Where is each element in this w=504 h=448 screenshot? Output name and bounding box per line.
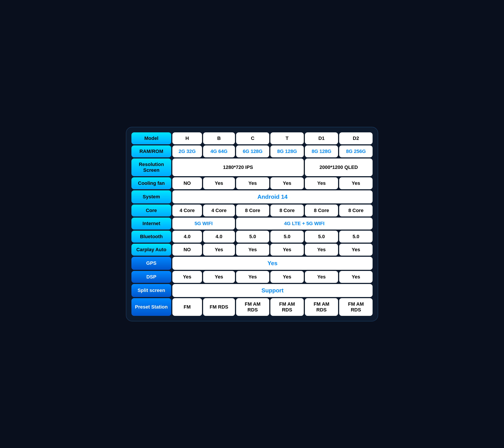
data-cell: Yes: [203, 271, 235, 283]
data-cell: FM RDS: [203, 298, 235, 316]
row-label: Model: [131, 132, 171, 144]
data-cell: FM AM RDS: [270, 298, 304, 316]
data-cell: Yes: [236, 244, 270, 256]
table-row: Resolution Screen1280*720 IPS2000*1200 Q…: [131, 158, 373, 176]
row-label: Internet: [131, 218, 171, 229]
data-cell: 8G 128G: [270, 145, 304, 157]
data-cell: 8G 128G: [305, 145, 338, 157]
row-label: Bluetooth: [131, 231, 171, 243]
row-label: Resolution Screen: [131, 158, 171, 176]
data-cell: Yes: [305, 271, 338, 283]
data-cell: H: [172, 132, 202, 144]
data-cell: Yes: [339, 271, 373, 283]
data-cell: 5.0: [236, 231, 270, 243]
table-row: Cooling fanNOYesYesYesYesYes: [131, 177, 373, 189]
data-cell: FM AM RDS: [339, 298, 373, 316]
table-row: RAM/ROM2G 32G4G 64G6G 128G8G 128G8G 128G…: [131, 145, 373, 157]
table-row: ModelHBCTD1D2: [131, 132, 373, 144]
data-cell: Yes: [203, 177, 235, 189]
data-cell: 4.0: [203, 231, 235, 243]
data-cell: FM: [172, 298, 202, 316]
data-cell: 5G WIFI: [172, 218, 235, 229]
row-label: Cooling fan: [131, 177, 171, 189]
data-cell: 2000*1200 QLED: [305, 158, 373, 176]
row-label: Core: [131, 205, 171, 216]
table-row: Split screenSupport: [131, 284, 373, 297]
data-cell: Support: [172, 284, 373, 297]
data-cell: T: [270, 132, 304, 144]
data-cell: D1: [305, 132, 338, 144]
data-cell: 2G 32G: [172, 145, 202, 157]
data-cell: 4.0: [172, 231, 202, 243]
row-label: System: [131, 190, 171, 204]
data-cell: Yes: [203, 244, 235, 256]
data-cell: 8 Core: [270, 205, 304, 216]
table-row: Carplay AutoNOYesYesYesYesYes: [131, 244, 373, 256]
table-row: DSPYesYesYesYesYesYes: [131, 271, 373, 283]
table-row: Internet5G WIFI4G LTE + 5G WIFI: [131, 218, 373, 229]
data-cell: 4 Core: [203, 205, 235, 216]
data-cell: 8 Core: [305, 205, 338, 216]
row-label: Carplay Auto: [131, 244, 171, 256]
data-cell: Yes: [305, 244, 338, 256]
table-row: Core4 Core4 Core8 Core8 Core8 Core8 Core: [131, 205, 373, 216]
row-label: GPS: [131, 257, 171, 270]
row-label: RAM/ROM: [131, 145, 171, 157]
table-row: Preset StationFMFM RDSFM AM RDSFM AM RDS…: [131, 298, 373, 316]
comparison-table-wrapper: ModelHBCTD1D2RAM/ROM2G 32G4G 64G6G 128G8…: [126, 127, 378, 321]
data-cell: Yes: [270, 244, 304, 256]
data-cell: Yes: [172, 271, 202, 283]
data-cell: 5.0: [305, 231, 338, 243]
data-cell: Yes: [270, 177, 304, 189]
data-cell: B: [203, 132, 235, 144]
data-cell: Yes: [236, 271, 270, 283]
data-cell: 5.0: [270, 231, 304, 243]
data-cell: NO: [172, 177, 202, 189]
data-cell: 8 Core: [236, 205, 270, 216]
table-row: Bluetooth4.04.05.05.05.05.0: [131, 231, 373, 243]
data-cell: Yes: [236, 177, 270, 189]
comparison-table: ModelHBCTD1D2RAM/ROM2G 32G4G 64G6G 128G8…: [130, 131, 374, 317]
data-cell: 4 Core: [172, 205, 202, 216]
data-cell: FM AM RDS: [305, 298, 338, 316]
data-cell: Android 14: [172, 190, 373, 204]
data-cell: 5.0: [339, 231, 373, 243]
data-cell: Yes: [339, 177, 373, 189]
data-cell: Yes: [172, 257, 373, 270]
data-cell: C: [236, 132, 270, 144]
data-cell: D2: [339, 132, 373, 144]
data-cell: Yes: [305, 177, 338, 189]
data-cell: 1280*720 IPS: [172, 158, 304, 176]
data-cell: Yes: [270, 271, 304, 283]
row-label: DSP: [131, 271, 171, 283]
data-cell: 6G 128G: [236, 145, 270, 157]
table-row: SystemAndroid 14: [131, 190, 373, 204]
data-cell: 4G 64G: [203, 145, 235, 157]
data-cell: FM AM RDS: [236, 298, 270, 316]
row-label: Preset Station: [131, 298, 171, 316]
data-cell: 8G 256G: [339, 145, 373, 157]
data-cell: Yes: [339, 244, 373, 256]
row-label: Split screen: [131, 284, 171, 297]
data-cell: NO: [172, 244, 202, 256]
data-cell: 4G LTE + 5G WIFI: [236, 218, 373, 229]
data-cell: 8 Core: [339, 205, 373, 216]
table-row: GPSYes: [131, 257, 373, 270]
